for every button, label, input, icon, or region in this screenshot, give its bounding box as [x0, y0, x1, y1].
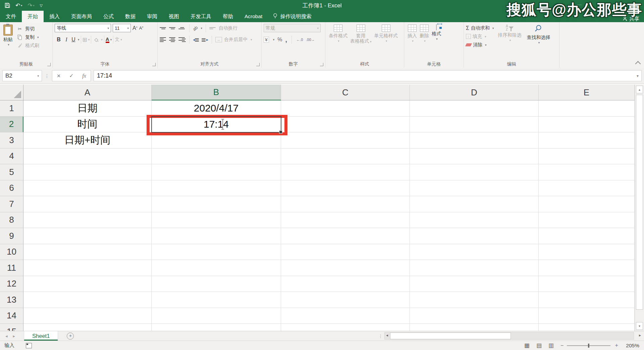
expand-formula-bar-icon[interactable]: ▾ — [637, 74, 641, 78]
zoom-out-button[interactable]: − — [560, 343, 564, 349]
cell-B1[interactable]: 2020/4/17 — [152, 100, 281, 117]
scroll-up-button[interactable]: ▴ — [636, 86, 643, 93]
borders-button[interactable]: ⊞ — [83, 36, 87, 43]
row-header-4[interactable]: 4 — [0, 148, 23, 165]
column-header-C[interactable]: C — [281, 85, 410, 100]
cell-A15[interactable] — [23, 324, 152, 331]
cell-C15[interactable] — [281, 324, 410, 331]
phonetic-button[interactable]: 文 — [115, 37, 119, 43]
cell-D13[interactable] — [410, 292, 539, 308]
cell-E3[interactable] — [539, 132, 635, 148]
row-header-5[interactable]: 5 — [0, 164, 23, 180]
row-header-7[interactable]: 7 — [0, 196, 23, 212]
cell-B15[interactable] — [152, 324, 281, 331]
row-header-13[interactable]: 13 — [0, 292, 23, 308]
decrease-decimal-button[interactable]: .00→ — [306, 38, 315, 42]
cell-A10[interactable] — [23, 244, 152, 260]
cell-B8[interactable] — [152, 212, 281, 228]
select-all-corner[interactable] — [0, 85, 23, 100]
zoom-slider-thumb[interactable] — [588, 344, 589, 348]
cell-D2[interactable] — [410, 117, 539, 133]
comma-style-button[interactable]: , — [285, 36, 287, 44]
cell-C9[interactable] — [281, 228, 410, 244]
zoom-in-button[interactable]: ＋ — [614, 342, 619, 349]
align-bottom-icon[interactable] — [178, 27, 186, 29]
scroll-left-button[interactable]: ◂ — [386, 333, 388, 338]
vertical-scroll-thumb[interactable] — [636, 95, 643, 310]
cell-E4[interactable] — [539, 148, 635, 165]
cell-B4[interactable] — [152, 148, 281, 165]
cell-C2[interactable] — [281, 117, 410, 133]
cell-A9[interactable] — [23, 228, 152, 244]
increase-decimal-button[interactable]: ←.0 — [296, 38, 303, 42]
align-middle-icon[interactable] — [169, 27, 176, 29]
vertical-scrollbar[interactable]: ▴ ▾ — [635, 85, 644, 331]
cell-A13[interactable] — [23, 292, 152, 308]
cell-A12[interactable] — [23, 276, 152, 292]
number-dialog-launcher[interactable] — [320, 63, 323, 66]
cell-A8[interactable] — [23, 212, 152, 228]
bold-button[interactable]: B — [55, 37, 63, 43]
clear-button[interactable]: 清除 ▾ — [466, 41, 494, 49]
zoom-slider-track[interactable] — [567, 345, 610, 346]
increase-indent-icon[interactable]: ▸ — [202, 37, 208, 42]
cell-A11[interactable] — [23, 260, 152, 276]
alignment-dialog-launcher[interactable] — [256, 63, 260, 66]
column-header-E[interactable]: E — [539, 85, 635, 100]
font-name-select[interactable]: 等线▾ — [55, 24, 111, 32]
row-header-8[interactable]: 8 — [0, 212, 23, 228]
column-header-B[interactable]: B — [152, 85, 281, 100]
enter-button[interactable]: ✓ — [65, 73, 78, 79]
cell-B11[interactable] — [152, 260, 281, 276]
cell-E7[interactable] — [539, 196, 635, 212]
row-header-6[interactable]: 6 — [0, 180, 23, 196]
sheet-tab-sheet1[interactable]: Sheet1 — [24, 331, 58, 341]
cell-D1[interactable] — [410, 100, 539, 117]
cell-D5[interactable] — [410, 164, 539, 180]
cell-C4[interactable] — [281, 148, 410, 165]
align-right-icon[interactable] — [178, 37, 186, 42]
row-header-10[interactable]: 10 — [0, 244, 23, 260]
column-header-D[interactable]: D — [410, 85, 539, 100]
underline-button[interactable]: U — [70, 37, 77, 43]
percent-style-button[interactable]: % — [277, 37, 282, 43]
cell-D14[interactable] — [410, 308, 539, 324]
formula-bar-resize-handle[interactable]: ⋮ — [45, 73, 49, 79]
next-sheet-button[interactable]: ▸ — [13, 334, 15, 339]
macro-record-icon[interactable] — [26, 343, 32, 348]
tab-Acrobat[interactable]: Acrobat — [239, 11, 268, 22]
cell-B13[interactable] — [152, 292, 281, 308]
sort-filter-button[interactable]: AZ 排序和筛选 ▾ — [496, 24, 523, 49]
cell-A7[interactable] — [23, 196, 152, 212]
cell-C14[interactable] — [281, 308, 410, 324]
cell-B6[interactable] — [152, 180, 281, 196]
cell-B9[interactable] — [152, 228, 281, 244]
cell-A2[interactable]: 时间 — [23, 117, 152, 133]
cell-C1[interactable] — [281, 100, 410, 117]
cell-E9[interactable] — [539, 228, 635, 244]
cut-button[interactable]: ✂ 剪切 — [16, 25, 39, 33]
fill-handle[interactable] — [279, 130, 282, 134]
cell-D7[interactable] — [410, 196, 539, 212]
cell-D10[interactable] — [410, 244, 539, 260]
column-header-A[interactable]: A — [23, 85, 152, 100]
name-box[interactable]: B2 ▾ — [2, 70, 42, 81]
cell-E5[interactable] — [539, 164, 635, 180]
cell-D4[interactable] — [410, 148, 539, 165]
align-left-icon[interactable] — [160, 37, 167, 42]
scroll-down-button[interactable]: ▾ — [636, 322, 643, 330]
fill-color-button[interactable] — [93, 36, 100, 43]
font-color-button[interactable]: A — [106, 37, 109, 43]
page-layout-view-button[interactable]: ▤ — [536, 342, 542, 349]
tab-插入[interactable]: 插入 — [44, 11, 65, 22]
cell-E1[interactable] — [539, 100, 635, 117]
orientation-button[interactable]: ab — [192, 25, 199, 32]
horizontal-scroll-thumb[interactable] — [390, 333, 511, 339]
cell-C6[interactable] — [281, 180, 410, 196]
underline-dropdown[interactable]: ▾ — [78, 38, 79, 41]
cell-B10[interactable] — [152, 244, 281, 260]
row-header-14[interactable]: 14 — [0, 308, 23, 324]
add-sheet-button[interactable]: ＋ — [67, 333, 74, 340]
row-header-3[interactable]: 3 — [0, 132, 23, 148]
formula-input[interactable]: 17:14 ▾ — [94, 70, 642, 81]
